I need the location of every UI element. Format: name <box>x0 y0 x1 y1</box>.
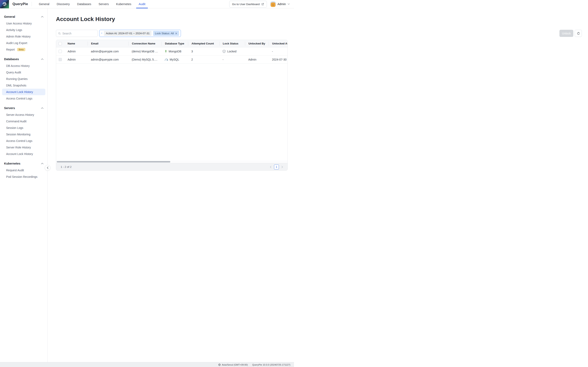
column-header-name[interactable]: Name <box>64 42 87 46</box>
table-header-row: Name Email Connection Name Database Type… <box>56 40 287 47</box>
chevron-down-icon <box>287 3 290 5</box>
chevron-up-icon <box>41 107 44 109</box>
column-header-lock-status[interactable]: Lock Status <box>219 42 245 46</box>
sidebar-item-admin-role-history[interactable]: Admin Role History <box>2 33 45 40</box>
select-all-checkbox[interactable] <box>59 42 62 45</box>
sidebar-item-user-access-history[interactable]: User Access History <box>2 20 45 27</box>
sidebar-item-report[interactable]: Report Beta <box>2 46 45 53</box>
search-icon <box>58 32 61 35</box>
querypie-logo-icon <box>2 2 7 6</box>
go-to-user-dashboard-button[interactable]: Go to User Dashboard <box>229 1 267 8</box>
lock-status-text: Locked <box>227 50 236 53</box>
column-header-email[interactable]: Email <box>87 42 129 46</box>
prev-page-button[interactable] <box>270 166 272 168</box>
filter-funnel-icon <box>101 32 102 35</box>
beta-badge: Beta <box>17 48 25 51</box>
nav-item-kubernetes[interactable]: Kubernetes <box>114 0 134 8</box>
search-input[interactable] <box>62 32 95 35</box>
filter-box[interactable]: Action At: 2024-07-01 ~ 2024-07-31 Lock … <box>99 30 181 37</box>
sidebar-item-server-access-history[interactable]: Server Access History <box>2 111 45 118</box>
sidebar-item-request-audit[interactable]: Request Audit <box>2 167 45 174</box>
sidebar-item-session-logs[interactable]: Session Logs <box>2 125 45 131</box>
nav-item-audit[interactable]: Audit <box>136 0 148 8</box>
sidebar-item-activity-logs[interactable]: Activity Logs <box>2 27 45 33</box>
mysql-icon <box>165 58 168 61</box>
row-checkbox[interactable] <box>59 50 62 53</box>
table-empty-area <box>56 64 287 160</box>
sidebar-item-running-queries[interactable]: Running Queries <box>2 76 45 82</box>
sidebar-item-access-control-logs-db[interactable]: Access Control Logs <box>2 95 45 102</box>
filter-chip-lock-status[interactable]: Lock Status: All <box>153 31 179 36</box>
sidebar-item-db-access-history[interactable]: DB Access History <box>2 63 45 69</box>
shield-lock-icon <box>223 50 226 53</box>
chevron-up-icon <box>41 163 44 165</box>
nav-item-servers[interactable]: Servers <box>96 0 111 8</box>
sidebar-item-account-lock-history-server[interactable]: Account Lock History <box>2 151 45 157</box>
top-bar: QueryPie General Discovery Databases Ser… <box>0 0 294 8</box>
sidebar: General User Access History Activity Log… <box>0 8 48 184</box>
page-number-button[interactable]: 1 <box>274 165 279 169</box>
sidebar-item-dml-snapshots[interactable]: DML Snapshots <box>2 82 45 89</box>
sidebar-item-query-audit[interactable]: Query Audit <box>2 69 45 76</box>
sidebar-header-kubernetes[interactable]: Kubernetes <box>0 160 47 167</box>
column-header-unlocked-at[interactable]: Unlocked At <box>269 42 287 46</box>
column-header-attempted-count[interactable]: Attempted Count <box>188 42 219 46</box>
row-range-text: 1 - 2 of 2 <box>61 165 71 168</box>
table-row[interactable]: Admin admin@querypie.com (Demo) MySQL 5.… <box>56 55 287 64</box>
sidebar-item-access-control-logs-server[interactable]: Access Control Logs <box>2 138 45 144</box>
chevron-left-icon <box>270 166 272 168</box>
toolbar: Action At: 2024-07-01 ~ 2024-07-31 Lock … <box>56 30 294 37</box>
sidebar-header-servers[interactable]: Servers <box>0 105 47 111</box>
sidebar-item-account-lock-history-db[interactable]: Account Lock History <box>2 89 45 95</box>
sidebar-header-general[interactable]: General <box>0 13 47 20</box>
horizontal-scrollbar <box>56 160 287 163</box>
column-header-database-type[interactable]: Database Type <box>162 42 188 46</box>
go-to-user-dashboard-label: Go to User Dashboard <box>232 3 260 6</box>
chevron-up-icon <box>41 58 44 60</box>
user-name: Admin <box>277 2 286 6</box>
nav-item-general[interactable]: General <box>36 0 52 8</box>
nav-divider <box>32 2 32 6</box>
table-row[interactable]: Admin admin@querypie.com (demo) MongoDB … <box>56 47 287 55</box>
nav-item-discovery[interactable]: Discovery <box>54 0 72 8</box>
next-page-button[interactable] <box>281 166 283 168</box>
horizontal-scrollbar-thumb[interactable] <box>57 161 170 162</box>
sidebar-item-command-audit[interactable]: Command Audit <box>2 118 45 125</box>
sidebar-header-databases[interactable]: Databases <box>0 56 47 63</box>
brand-wordmark: QueryPie <box>12 2 28 6</box>
chevron-up-icon <box>41 16 44 18</box>
sidebar-section-servers: Servers Server Access History Command Au… <box>0 105 47 157</box>
user-menu[interactable]: Admin <box>270 1 290 7</box>
sidebar-item-pod-session-recordings[interactable]: Pod Session Recordings <box>2 174 45 180</box>
filter-chip-action-at[interactable]: Action At: 2024-07-01 ~ 2024-07-31 <box>104 31 151 36</box>
sidebar-collapse-button[interactable] <box>45 165 51 171</box>
sidebar-item-session-monitoring[interactable]: Session Monitoring <box>2 131 45 138</box>
sidebar-section-general: General User Access History Activity Log… <box>0 13 47 53</box>
account-lock-table: Name Email Connection Name Database Type… <box>56 40 288 171</box>
sidebar-item-server-role-history[interactable]: Server Role History <box>2 144 45 151</box>
main-content: Account Lock History Action At: 2024-07-… <box>48 8 294 184</box>
search-box <box>56 30 98 37</box>
column-header-connection-name[interactable]: Connection Name <box>129 42 162 46</box>
mongodb-icon <box>165 50 167 53</box>
querypie-logo[interactable] <box>0 0 9 8</box>
external-link-icon <box>261 3 264 6</box>
avatar <box>270 1 276 7</box>
page-title: Account Lock History <box>56 16 294 22</box>
sidebar-section-kubernetes: Kubernetes Request Audit Pod Session Rec… <box>0 160 47 180</box>
remove-filter-icon[interactable] <box>175 33 177 34</box>
sidebar-section-databases: Databases DB Access History Query Audit … <box>0 56 47 102</box>
nav-item-databases[interactable]: Databases <box>75 0 94 8</box>
sidebar-item-audit-log-export[interactable]: Audit Log Export <box>2 40 45 46</box>
chevron-right-icon <box>281 166 283 168</box>
column-header-unlocked-by[interactable]: Unlocked By <box>245 42 269 46</box>
main-nav: General Discovery Databases Servers Kube… <box>35 0 149 8</box>
pagination-bar: 1 - 2 of 2 1 <box>56 163 287 170</box>
chevron-left-icon <box>47 166 49 169</box>
row-checkbox-disabled <box>59 58 62 61</box>
